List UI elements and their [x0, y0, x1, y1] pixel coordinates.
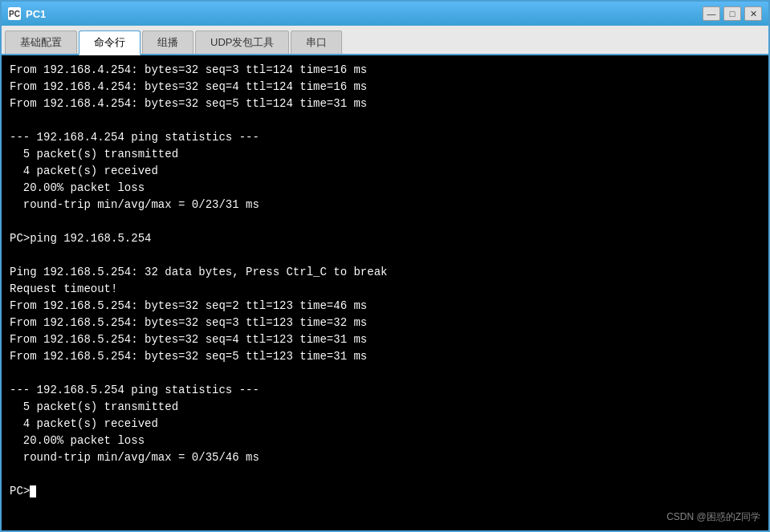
main-window: PC PC1 — □ ✕ 基础配置 命令行 组播 UDP发包工具 串口 From… [0, 0, 770, 532]
watermark: CSDN @困惑的Z同学 [666, 510, 760, 524]
title-bar: PC PC1 — □ ✕ [2, 2, 768, 26]
title-bar-buttons: — □ ✕ [703, 6, 762, 21]
terminal-cursor [30, 485, 36, 497]
window-icon: PC [8, 7, 21, 20]
tab-multicast[interactable]: 组播 [142, 30, 194, 54]
tab-udp-tool[interactable]: UDP发包工具 [195, 30, 289, 54]
terminal-output: From 192.168.4.254: bytes=32 seq=3 ttl=1… [10, 62, 760, 500]
close-button[interactable]: ✕ [744, 6, 762, 21]
restore-button[interactable]: □ [723, 6, 741, 21]
tab-bar: 基础配置 命令行 组播 UDP发包工具 串口 [2, 26, 768, 55]
title-bar-left: PC PC1 [8, 7, 46, 20]
tab-basic-config[interactable]: 基础配置 [5, 30, 77, 54]
window-title: PC1 [26, 8, 46, 20]
tab-command-line[interactable]: 命令行 [79, 30, 141, 55]
minimize-button[interactable]: — [703, 6, 720, 21]
terminal-area[interactable]: From 192.168.4.254: bytes=32 seq=3 ttl=1… [2, 55, 768, 530]
tab-serial[interactable]: 串口 [291, 30, 342, 54]
